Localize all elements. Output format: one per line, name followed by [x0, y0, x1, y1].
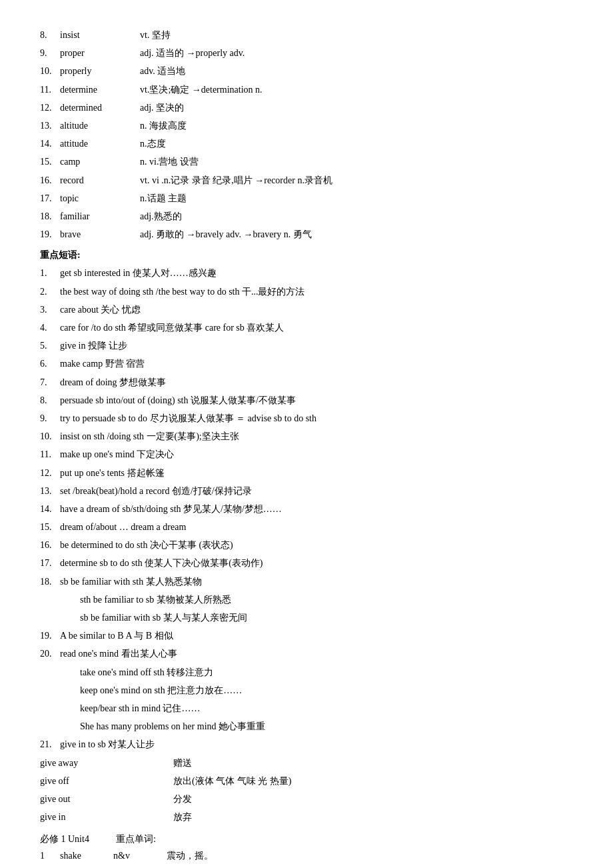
- indent-phrase-2: sb be familiar with sb 某人与某人亲密无间: [80, 609, 573, 626]
- give-row-3: give in 放弃: [40, 809, 573, 825]
- phrase-num-21: 21.: [40, 736, 60, 753]
- vocab-num-13: 13.: [40, 117, 60, 134]
- phrase-item-11: 11. make up one's mind 下定决心: [40, 446, 573, 463]
- phrase-content-13: set /break(beat)/hold a record 创造/打破/保持记…: [60, 483, 573, 499]
- vocab-num-18: 18.: [40, 208, 60, 225]
- phrase-num-13: 13.: [40, 483, 60, 499]
- vocab-num-17: 17.: [40, 190, 60, 207]
- phrase-content-15: dream of/about … dream a dream: [60, 519, 573, 535]
- phrase-num-9: 9.: [40, 410, 60, 427]
- vocab-num-16: 16.: [40, 172, 60, 189]
- phrase-content-9: try to persuade sb to do 尽力说服某人做某事 ＝ adv…: [60, 410, 573, 427]
- give-def-0: 赠送: [120, 755, 192, 771]
- vocab-def-15: n. vi.营地 设营: [140, 153, 573, 170]
- vocab-word-14: attitude: [60, 135, 140, 152]
- phrase-content-16: be determined to do sth 决心干某事 (表状态): [60, 537, 573, 553]
- vocab-item-10: 10. properly adv. 适当地: [40, 63, 573, 79]
- phrase-num-3: 3.: [40, 301, 60, 318]
- phrase-num-6: 6.: [40, 355, 60, 372]
- vocab-item-12: 12. determined adj. 坚决的: [40, 99, 573, 116]
- vocab-item-19: 19. brave adj. 勇敢的 →bravely adv. →braver…: [40, 226, 573, 243]
- vocab-item-14: 14. attitude n.态度: [40, 135, 573, 152]
- vocab-def-11: vt.坚决;确定 →determination n.: [140, 81, 573, 98]
- vocab-item-17: 17. topic n.话题 主题: [40, 190, 573, 207]
- phrase-content-17: determine sb to do sth 使某人下决心做某事(表动作): [60, 555, 573, 571]
- vocab-word-12: determined: [60, 99, 140, 116]
- give-word-3: give in: [40, 809, 120, 825]
- give-word-0: give away: [40, 755, 120, 771]
- vocab-def-18: adj.熟悉的: [140, 208, 573, 225]
- phrase-num-7: 7.: [40, 374, 60, 391]
- mind-phrase-2: keep one's mind on sth 把注意力放在……: [80, 682, 573, 699]
- phrase-item-12: 12. put up one's tents 搭起帐篷: [40, 465, 573, 481]
- vocab-word-8: insist: [60, 27, 140, 43]
- final-vocab-item-1: 1 shake n&v 震动，摇。: [40, 847, 573, 864]
- vocab-word-19: brave: [60, 226, 140, 243]
- phrase-item-2: 2. the best way of doing sth /the best w…: [40, 283, 573, 300]
- phrase-content-10: insist on sth /doing sth 一定要(某事);坚决主张: [60, 428, 573, 445]
- vocab-word-10: properly: [60, 63, 140, 79]
- mind-phrase-4: She has many problems on her mind 她心事重重: [80, 718, 573, 735]
- vocab-def-13: n. 海拔高度: [140, 117, 573, 134]
- phrase-content-4: care for /to do sth 希望或同意做某事 care for sb…: [60, 319, 573, 336]
- vocab-item-16: 16. record vt. vi .n.记录 录音 纪录,唱片 →record…: [40, 172, 573, 189]
- phrase-content-5: give in 投降 让步: [60, 337, 573, 354]
- phrase-item-20: 20. read one's mind 看出某人心事: [40, 645, 573, 662]
- final-num-1: 1: [40, 847, 60, 864]
- phrase-content-20: read one's mind 看出某人心事: [60, 645, 573, 662]
- mind-phrase-3: keep/bear sth in mind 记住……: [80, 700, 573, 717]
- phrase-item-18: 18. sb be familiar with sth 某人熟悉某物: [40, 573, 573, 590]
- phrase-num-15: 15.: [40, 519, 60, 535]
- vocab-word-18: familiar: [60, 208, 140, 225]
- phrase-item-15: 15. dream of/about … dream a dream: [40, 519, 573, 535]
- vocab-word-15: camp: [60, 153, 140, 170]
- vocab-num-12: 12.: [40, 99, 60, 116]
- vocab-item-15: 15. camp n. vi.营地 设营: [40, 153, 573, 170]
- phrase-content-3: care about 关心 忧虑: [60, 301, 573, 318]
- phrase-section-title: 重点短语:: [40, 247, 573, 263]
- mind-phrase-1: take one's mind off sth 转移注意力: [80, 664, 573, 681]
- key-vocab-label: 重点单词:: [116, 831, 156, 847]
- vocab-item-13: 13. altitude n. 海拔高度: [40, 117, 573, 134]
- phrase-item-1: 1. get sb interested in 使某人对……感兴趣: [40, 265, 573, 281]
- give-row-1: give off 放出(液体 气体 气味 光 热量): [40, 773, 573, 789]
- phrase-content-6: make camp 野营 宿营: [60, 355, 573, 372]
- phrase-item-17: 17. determine sb to do sth 使某人下决心做某事(表动作…: [40, 555, 573, 571]
- give-row-2: give out 分发: [40, 791, 573, 807]
- phrase-num-11: 11.: [40, 446, 60, 463]
- phrase-num-1: 1.: [40, 265, 60, 281]
- phrase-num-17: 17.: [40, 555, 60, 571]
- vocab-num-10: 10.: [40, 63, 60, 79]
- vocab-item-18: 18. familiar adj.熟悉的: [40, 208, 573, 225]
- phrase-item-6: 6. make camp 野营 宿营: [40, 355, 573, 372]
- phrase-item-7: 7. dream of doing 梦想做某事: [40, 374, 573, 391]
- phrase-item-10: 10. insist on sth /doing sth 一定要(某事);坚决主…: [40, 428, 573, 445]
- phrase-item-9: 9. try to persuade sb to do 尽力说服某人做某事 ＝ …: [40, 410, 573, 427]
- phrase-item-21: 21. give in to sb 对某人让步: [40, 736, 573, 753]
- vocab-word-11: determine: [60, 81, 140, 98]
- vocab-def-9: adj. 适当的 →properly adv.: [140, 45, 573, 61]
- vocab-num-19: 19.: [40, 226, 60, 243]
- vocab-item-11: 11. determine vt.坚决;确定 →determination n.: [40, 81, 573, 98]
- phrase-content-8: persuade sb into/out of (doing) sth 说服某人…: [60, 392, 573, 409]
- phrase-num-16: 16.: [40, 537, 60, 553]
- phrase-content-2: the best way of doing sth /the best way …: [60, 283, 573, 300]
- phrase-num-5: 5.: [40, 337, 60, 354]
- phrase-item-14: 14. have a dream of sb/sth/doing sth 梦见某…: [40, 501, 573, 517]
- vocab-item-9: 9. proper adj. 适当的 →properly adv.: [40, 45, 573, 61]
- phrase-num-10: 10.: [40, 428, 60, 445]
- phrase-num-14: 14.: [40, 501, 60, 517]
- vocab-num-15: 15.: [40, 153, 60, 170]
- phrase-item-8: 8. persuade sb into/out of (doing) sth 说…: [40, 392, 573, 409]
- unit-footer: 必修 1 Unit4 重点单词:: [40, 831, 573, 847]
- vocab-num-14: 14.: [40, 135, 60, 152]
- phrase-content-21: give in to sb 对某人让步: [60, 736, 573, 753]
- vocab-def-12: adj. 坚决的: [140, 99, 573, 116]
- phrase-num-19: 19.: [40, 627, 60, 644]
- phrase-item-4: 4. care for /to do sth 希望或同意做某事 care for…: [40, 319, 573, 336]
- final-def-1: 震动，摇。: [167, 847, 213, 864]
- vocab-word-17: topic: [60, 190, 140, 207]
- final-vocab-section: 1 shake n&v 震动，摇。: [40, 847, 573, 864]
- phrase-item-13: 13. set /break(beat)/hold a record 创造/打破…: [40, 483, 573, 499]
- phrase-item-5: 5. give in 投降 让步: [40, 337, 573, 354]
